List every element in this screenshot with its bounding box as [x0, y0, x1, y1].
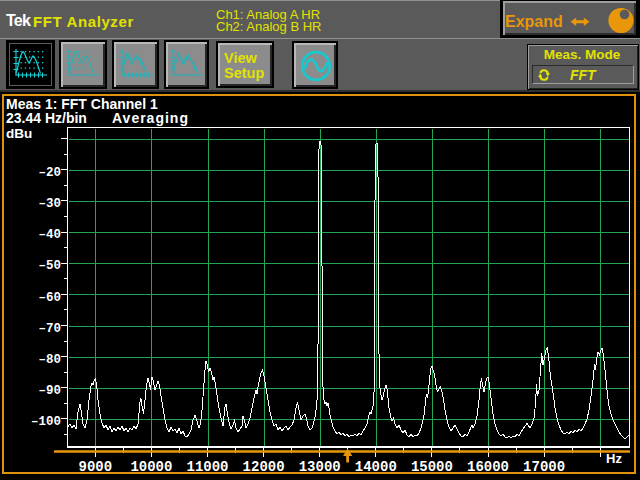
svg-text:14000: 14000	[355, 459, 397, 475]
svg-text:–100: –100	[31, 415, 61, 429]
svg-text:–20: –20	[38, 166, 61, 180]
svg-text:–30: –30	[38, 197, 61, 211]
svg-text:15000: 15000	[411, 459, 453, 475]
svg-text:11000: 11000	[186, 459, 228, 475]
svg-text:12000: 12000	[243, 459, 285, 475]
svg-text:10000: 10000	[130, 459, 172, 475]
svg-text:–50: –50	[38, 259, 61, 273]
svg-text:17000: 17000	[523, 459, 565, 475]
svg-text:–90: –90	[38, 384, 61, 398]
svg-text:9000: 9000	[78, 459, 112, 475]
svg-text:–80: –80	[38, 353, 61, 367]
svg-text:16000: 16000	[467, 459, 509, 475]
svg-text:–60: –60	[38, 291, 61, 305]
svg-text:13000: 13000	[299, 459, 341, 475]
svg-text:Hz: Hz	[606, 451, 622, 466]
svg-text:–70: –70	[38, 322, 61, 336]
svg-text:–40: –40	[38, 228, 61, 242]
